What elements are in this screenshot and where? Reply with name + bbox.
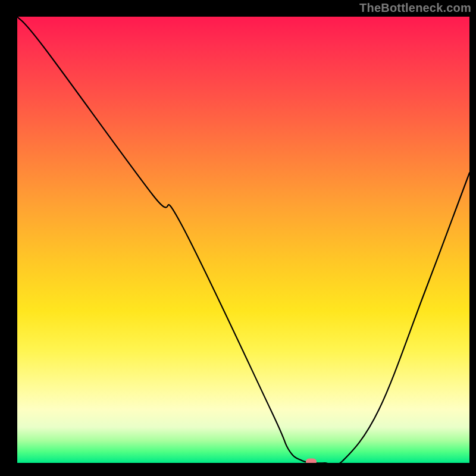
plot-area [17,17,469,463]
chart-container: TheBottleneck.com [0,0,476,476]
watermark-text: TheBottleneck.com [359,1,471,15]
optimal-point-marker [306,459,317,464]
bottleneck-curve [17,17,469,463]
